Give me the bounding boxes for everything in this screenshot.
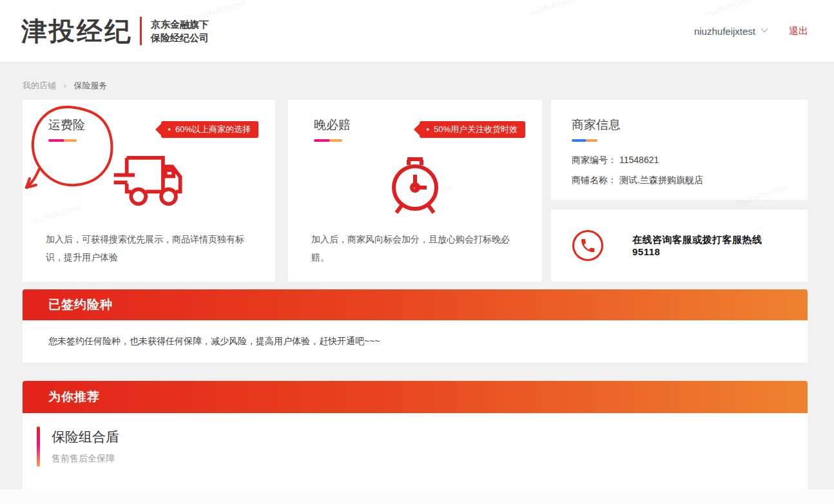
phone-icon	[572, 229, 604, 262]
signed-section-body: 您未签约任何险种，也未获得任何保障，减少风险，提高用户体验，赶快开通吧~~~	[23, 320, 808, 363]
recommend-item-insurance-shield[interactable]: 保险组合盾 售前售后全保障	[37, 427, 808, 467]
merchant-id-value: 11548621	[619, 155, 659, 165]
customer-service-text: 在线咨询客服或拨打客服热线95118	[632, 234, 790, 257]
merchant-card-title: 商家信息	[572, 117, 791, 133]
merchant-column: 商家信息 商家编号：11548621 商铺名称：测试.兰森拼购旗舰店	[551, 100, 808, 282]
insurance-cards-row: 运费险 60%以上商家的选择 加入后，可获得搜索优先展示，商品详情页独有标识，提…	[23, 100, 808, 282]
logo-tagline-line2: 保险经纪公司	[151, 31, 209, 44]
alarm-clock-icon	[288, 151, 542, 217]
logo-tagline: 京东金融旗下 保险经纪公司	[151, 17, 209, 44]
app-header: 津投经纪 京东金融旗下 保险经纪公司 niuzhufeijxtest 退出	[0, 0, 834, 63]
user-menu[interactable]: niuzhufeijxtest	[694, 26, 767, 37]
shop-name-label: 商铺名称：	[572, 175, 617, 185]
signed-empty-text: 您未签约任何险种，也未获得任何保障，减少风险，提高用户体验，赶快开通吧~~~	[48, 336, 380, 347]
truck-icon	[23, 151, 275, 215]
user-area: niuzhufeijxtest 退出	[694, 25, 808, 37]
badge-dot-icon	[426, 121, 429, 138]
signed-section-title: 已签约险种	[48, 296, 113, 313]
breadcrumb-separator: ›	[64, 81, 66, 90]
freight-badge: 60%以上商家的选择	[161, 121, 258, 138]
recommend-item-title: 保险组合盾	[52, 428, 119, 446]
freight-badge-label: 60%以上商家的选择	[175, 124, 251, 134]
username-label: niuzhufeijxtest	[694, 26, 755, 37]
recommend-section-title: 为你推荐	[48, 389, 100, 405]
signed-section-banner: 已签约险种	[23, 289, 808, 320]
recommend-item-subtitle: 售前售后全保障	[52, 453, 119, 465]
recommend-section-banner: 为你推荐	[23, 381, 808, 413]
card-customer-service[interactable]: 在线咨询客服或拨打客服热线95118	[551, 209, 808, 282]
late-claim-title-underline	[314, 139, 342, 142]
chevron-down-icon	[761, 25, 768, 32]
merchant-id-row: 商家编号：11548621	[572, 155, 791, 166]
late-claim-badge-label: 50%用户关注收货时效	[434, 124, 518, 134]
logout-button[interactable]: 退出	[789, 25, 808, 37]
card-late-claim: 晚必赔 50%用户关注收货时效 加入后，商家风向标会加分，且放心购会打标晚必赔。	[288, 100, 542, 282]
late-claim-card-description: 加入后，商家风向标会加分，且放心购会打标晚必赔。	[311, 231, 523, 266]
badge-dot-icon	[168, 121, 171, 138]
logo-divider	[140, 17, 142, 45]
breadcrumb: 我的店铺 › 保险服务	[23, 63, 808, 100]
recommend-section-body: 保险组合盾 售前售后全保障	[23, 413, 808, 489]
merchant-id-label: 商家编号：	[572, 155, 617, 165]
merchant-title-underline	[572, 139, 597, 142]
brand-logo: 津投经纪 京东金融旗下 保险经纪公司	[21, 14, 209, 49]
card-freight-insurance: 运费险 60%以上商家的选择 加入后，可获得搜索优先展示，商品详情页独有标识，提…	[23, 100, 275, 282]
freight-title-underline	[48, 139, 77, 142]
item-accent-bar	[37, 427, 40, 467]
breadcrumb-insurance-service: 保险服务	[74, 81, 108, 90]
breadcrumb-my-shop[interactable]: 我的店铺	[23, 81, 56, 90]
shop-name-value: 测试.兰森拼购旗舰店	[619, 175, 703, 185]
freight-card-description: 加入后，可获得搜索优先展示，商品详情页独有标识，提升用户体验	[46, 231, 256, 266]
card-merchant-info: 商家信息 商家编号：11548621 商铺名称：测试.兰森拼购旗舰店	[551, 100, 808, 200]
logo-tagline-line1: 京东金融旗下	[151, 17, 209, 31]
logo-text: 津投经纪	[21, 14, 132, 49]
shop-name-row: 商铺名称：测试.兰森拼购旗舰店	[572, 175, 791, 186]
late-claim-badge: 50%用户关注收货时效	[420, 121, 525, 138]
bottom-strip	[0, 489, 834, 504]
